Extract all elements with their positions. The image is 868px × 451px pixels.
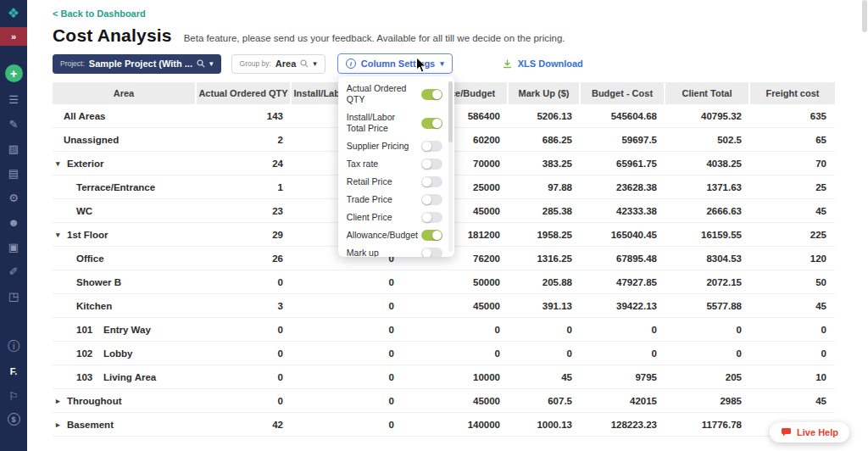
flag-icon[interactable]: ⚐ (6, 388, 21, 404)
column-header-client_total[interactable]: Client Total (665, 82, 750, 104)
table-row-throughout[interactable]: ▸Throughout0045000607.542015298545 (53, 389, 835, 413)
column-toggle-item[interactable]: Actual Ordered QTY (338, 80, 454, 109)
cell-qty: 29 (197, 230, 292, 240)
table-row-living-area[interactable]: 103Living Area001000045979520510 (53, 365, 835, 389)
search-icon (197, 59, 205, 68)
cell-qty: 1 (197, 182, 292, 192)
toggle-switch[interactable] (421, 212, 442, 223)
cell-markup: 205.88 (509, 277, 581, 287)
documents-icon[interactable]: ▤ (6, 165, 21, 181)
toggle-switch[interactable] (421, 141, 442, 152)
cell-budget_cost: 67895.48 (581, 253, 665, 264)
cell-budget_cost: 59697.5 (581, 135, 665, 145)
toggle-switch[interactable] (421, 248, 442, 257)
notes-icon[interactable]: ✐ (6, 264, 21, 279)
column-header-markup[interactable]: Mark Up ($) (509, 82, 581, 104)
caret-right-icon[interactable]: ▸ (56, 397, 65, 405)
group-by-value: Area (275, 58, 296, 69)
column-toggle-item[interactable]: Allowance/Budget (338, 226, 454, 244)
column-header-budget_cost[interactable]: Budget - Cost (581, 82, 665, 104)
billing-icon[interactable]: $ (8, 413, 20, 426)
fullstory-icon[interactable]: F. (6, 364, 21, 379)
cell-budget_cost: 39422.13 (581, 301, 665, 311)
toggle-switch[interactable] (421, 176, 442, 187)
menu-scrollbar[interactable] (448, 81, 453, 252)
team-icon[interactable]: ☻ (6, 214, 21, 230)
column-toggle-item[interactable]: Install/Labor Total Price (338, 109, 454, 137)
cell-freight: 45 (750, 206, 835, 216)
group-by-label: Group by: (240, 59, 271, 68)
area-cell: 101Entry Way (53, 325, 197, 335)
cell-client_total: 2666.63 (665, 206, 750, 216)
group-by-select[interactable]: Group by: Area ▾ (231, 54, 326, 74)
table-row-entry-way[interactable]: 101Entry Way0000000 (53, 318, 835, 342)
page-scrollbar[interactable] (862, 0, 868, 451)
area-cell: WC (53, 206, 197, 216)
project-select[interactable]: Project: Sample Project (With ... ▾ (53, 54, 221, 74)
column-toggle-item[interactable]: Client Price (338, 209, 454, 226)
cell-budget_cost: 42333.38 (581, 206, 665, 216)
caret-down-icon[interactable]: ▾ (56, 159, 65, 168)
info-icon[interactable]: ⓘ (6, 339, 21, 354)
add-icon[interactable]: + (5, 64, 23, 82)
expand-icon[interactable]: » (0, 27, 27, 46)
menu-scrollbar-thumb[interactable] (448, 81, 453, 142)
cell-markup: 5206.13 (509, 111, 581, 121)
column-settings-button[interactable]: i Column Settings ▾ (337, 53, 453, 74)
area-cell: ▾1st Floor (53, 230, 197, 240)
cell-freight: 25 (750, 182, 835, 192)
settings-icon[interactable]: ⚙ (6, 190, 21, 205)
room-number: 101 (76, 325, 103, 335)
toggle-switch[interactable] (421, 118, 442, 129)
area-name: Office (76, 253, 104, 264)
area-name: Basement (67, 420, 114, 430)
back-to-dashboard-link[interactable]: < Back to Dashboard (53, 8, 146, 19)
cell-freight: 225 (750, 230, 835, 240)
column-header-freight[interactable]: Freight cost (750, 82, 835, 104)
area-name: Lobby (103, 348, 133, 359)
column-header-qty[interactable]: Actual Ordered QTY (197, 82, 292, 104)
inventory-icon[interactable]: ▣ (6, 239, 21, 254)
column-toggle-item[interactable]: Mark up (338, 244, 454, 257)
caret-down-icon[interactable]: ▾ (56, 231, 65, 239)
toggle-knob (422, 159, 431, 169)
toggle-switch[interactable] (421, 230, 442, 241)
area-cell: 102Lobby (53, 348, 197, 359)
column-toggle-item[interactable]: Supplier Pricing (338, 137, 454, 155)
cell-markup: 45 (509, 372, 581, 382)
page-scrollbar-thumb[interactable] (862, 0, 867, 32)
caret-right-icon[interactable]: ▸ (56, 420, 65, 429)
toggle-switch[interactable] (421, 194, 442, 205)
cell-budget_cost: 47927.85 (581, 277, 665, 287)
cell-allowance: 50000 (403, 277, 509, 287)
toggle-knob (432, 119, 442, 128)
menu-icon[interactable]: ☰ (6, 92, 21, 107)
chevron-down-icon: ▾ (209, 60, 214, 68)
toggle-switch[interactable] (421, 159, 442, 170)
column-toggle-label: Supplier Pricing (347, 141, 409, 152)
toggle-knob (422, 195, 431, 204)
table-row-lobby[interactable]: 102Lobby0000000 (53, 342, 835, 365)
column-header-name[interactable]: Area (53, 82, 197, 104)
cell-client_total: 2985 (665, 396, 750, 406)
xls-download-button[interactable]: XLS Download (502, 58, 583, 70)
column-toggle-item[interactable]: Trade Price (338, 191, 454, 209)
table-row-shower-b[interactable]: Shower B0050000205.8847927.852072.1550 (53, 270, 835, 294)
cell-allowance: 0 (403, 325, 509, 335)
area-name: Living Area (103, 372, 156, 382)
media-icon[interactable]: ▨ (6, 141, 21, 156)
cell-client_total: 4038.25 (665, 159, 750, 169)
toggle-switch[interactable] (421, 89, 442, 100)
area-cell: Terrace/Entrance (53, 182, 197, 192)
column-toggle-item[interactable]: Tax rate (338, 155, 454, 173)
design-icon[interactable]: ✎ (6, 116, 21, 131)
cell-qty: 0 (197, 372, 292, 382)
app-logo-icon[interactable]: ❖ (6, 5, 21, 20)
column-toggle-item[interactable]: Retail Price (338, 173, 454, 191)
chat-icon (781, 427, 792, 437)
table-row-basement[interactable]: ▸Basement4201400001000.13128223.2311776.… (53, 413, 835, 437)
cell-markup: 285.38 (509, 206, 581, 216)
shipping-icon[interactable]: ◳ (6, 288, 21, 303)
live-help-button[interactable]: Live Help (770, 422, 849, 443)
table-row-kitchen[interactable]: Kitchen3045000391.1339422.135577.8845 (53, 294, 835, 318)
